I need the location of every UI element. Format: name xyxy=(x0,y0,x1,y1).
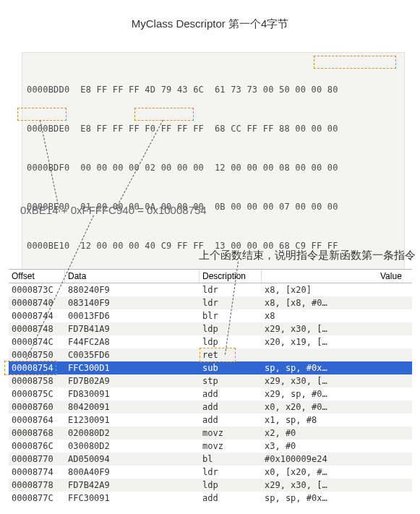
cell-operands: sp, sp, #0x… xyxy=(262,361,377,374)
cell-offset: 00008750 xyxy=(9,348,65,361)
annotation-title-2: 上个函数结束，说明指令是新函数第一条指令 xyxy=(199,249,416,262)
cell-operands: x8, [x8, #0… xyxy=(262,296,377,309)
cell-mnemonic: ldr xyxy=(200,283,262,296)
table-body: 0000873C880240F9ldrx8, [x20]000087400831… xyxy=(9,283,412,505)
table-header: Offset Data Description Value xyxy=(9,270,412,283)
cell-offset: 0000876C xyxy=(9,440,65,453)
hex-row: 0000BDE0 E8 FF FF FF F0 FF FF FF 68 CC F… xyxy=(27,122,397,135)
cell-mnemonic: movz xyxy=(200,440,262,453)
col-value: Value xyxy=(377,270,412,283)
cell-mnemonic: ldp xyxy=(200,322,262,335)
table-row[interactable]: 0000874CF44FC2A8ldpx20, x19, [… xyxy=(9,335,412,348)
hex-row: 0000BDD0 E8 FF FF FF 4D 79 43 6C 61 73 7… xyxy=(27,83,397,96)
cell-data: 083140F9 xyxy=(65,296,200,309)
table-row[interactable]: 00008768020080D2movzx2, #0 xyxy=(9,427,412,440)
cell-mnemonic: blr xyxy=(200,309,262,322)
table-row[interactable]: 0000876080420091addx0, x20, #0… xyxy=(9,401,412,414)
hex-addr: 0000BDE0 xyxy=(27,124,69,134)
cell-offset: 00008754 xyxy=(9,361,65,374)
cell-data: 020080D2 xyxy=(65,427,200,440)
table-row[interactable]: 00008774800A40F9ldrx0, [x20, #… xyxy=(9,466,412,479)
hex-bytes: E8 FF FF FF 4D 79 43 6C 61 73 73 00 50 0… xyxy=(80,85,338,95)
cell-mnemonic: ldr xyxy=(200,296,262,309)
cell-data: 00013FD6 xyxy=(65,309,200,322)
cell-data: F44FC2A8 xyxy=(65,335,200,348)
cell-operands: #0x100009e24 xyxy=(262,453,377,466)
cell-mnemonic: add xyxy=(200,414,262,427)
cell-operands: x3, #0 xyxy=(262,440,377,453)
cell-data: AD050094 xyxy=(65,453,200,466)
table-row[interactable]: 00008764E1230091addx1, sp, #8 xyxy=(9,414,412,427)
cell-operands: x29, sp, #0… xyxy=(262,387,377,401)
cell-mnemonic: bl xyxy=(200,453,262,466)
cell-offset: 00008760 xyxy=(9,401,65,414)
cell-data: 80420091 xyxy=(65,401,200,414)
cell-data: 880240F9 xyxy=(65,283,200,296)
cell-offset: 00008744 xyxy=(9,309,65,322)
cell-operands: x2, #0 xyxy=(262,427,377,440)
cell-mnemonic: ret xyxy=(200,348,262,361)
cell-offset: 00008740 xyxy=(9,296,65,309)
hex-addr: 0000BDD0 xyxy=(27,85,69,95)
cell-mnemonic: ldp xyxy=(200,335,262,348)
cell-operands: x29, x30, [… xyxy=(262,374,377,387)
cell-data: FFC300D1 xyxy=(65,361,200,374)
cell-operands: sp, sp, #0x… xyxy=(262,492,377,505)
cell-data: FD7B42A9 xyxy=(65,479,200,492)
col-description: Description xyxy=(200,270,262,283)
hex-row: 0000BDF0 00 00 00 00 02 00 00 00 12 00 0… xyxy=(27,161,397,174)
table-row[interactable]: 00008748FD7B41A9ldpx29, x30, [… xyxy=(9,322,412,335)
hex-bytes: E8 FF FF FF F0 FF FF FF 68 CC FF FF 88 0… xyxy=(80,124,338,134)
cell-data: 030080D2 xyxy=(65,440,200,453)
table-row[interactable]: 0000874400013FD6blrx8 xyxy=(9,309,412,322)
cell-offset: 0000874C xyxy=(9,335,65,348)
cell-offset: 00008758 xyxy=(9,374,65,387)
cell-offset: 00008774 xyxy=(9,466,65,479)
cell-data: C0035FD6 xyxy=(65,348,200,361)
table-row[interactable]: 00008750C0035FD6ret xyxy=(9,348,412,361)
table-row[interactable]: 00008758FD7B02A9stpx29, x30, [… xyxy=(9,374,412,387)
disasm-table: Offset Data Description Value 0000873C88… xyxy=(9,269,412,505)
cell-data: E1230091 xyxy=(65,414,200,427)
col-data: Data xyxy=(65,270,200,283)
table-row[interactable]: 00008770AD050094bl#0x100009e24 xyxy=(9,453,412,466)
cell-mnemonic: stp xyxy=(200,374,262,387)
cell-mnemonic: ldr xyxy=(200,466,262,479)
cell-operands: x0, [x20, #… xyxy=(262,466,377,479)
col-offset: Offset xyxy=(9,270,65,283)
table-row[interactable]: 0000876C030080D2movzx3, #0 xyxy=(9,440,412,453)
cell-data: FD830091 xyxy=(65,387,200,401)
annotation-title-1: MyClass Descriptor 第一个4字节 xyxy=(0,17,420,31)
cell-operands: x20, x19, [… xyxy=(262,335,377,348)
cell-offset: 00008778 xyxy=(9,479,65,492)
cell-data: FFC30091 xyxy=(65,492,200,505)
cell-mnemonic: add xyxy=(200,492,262,505)
cell-operands: x0, x20, #0… xyxy=(262,401,377,414)
cell-offset: 00008770 xyxy=(9,453,65,466)
cell-offset: 0000873C xyxy=(9,283,65,296)
cell-offset: 0000877C xyxy=(9,492,65,505)
table-row[interactable]: 0000877CFFC30091addsp, sp, #0x… xyxy=(9,492,412,505)
cell-operands: x29, x30, [… xyxy=(262,479,377,492)
cell-mnemonic: add xyxy=(200,387,262,401)
cell-operands: x1, sp, #8 xyxy=(262,414,377,427)
cell-operands: x29, x30, [… xyxy=(262,322,377,335)
cell-mnemonic: sub xyxy=(200,361,262,374)
table-row[interactable]: 00008740083140F9ldrx8, [x8, #0… xyxy=(9,296,412,309)
table-row[interactable]: 0000875CFD830091addx29, sp, #0… xyxy=(9,387,412,401)
cell-data: FD7B02A9 xyxy=(65,374,200,387)
cell-offset: 0000875C xyxy=(9,387,65,401)
cell-offset: 00008768 xyxy=(9,427,65,440)
cell-mnemonic: add xyxy=(200,401,262,414)
cell-mnemonic: movz xyxy=(200,427,262,440)
hex-addr: 0000BE10 xyxy=(27,241,69,251)
cell-operands: x8, [x20] xyxy=(262,283,377,296)
hex-bytes: 00 00 00 00 02 00 00 00 12 00 00 00 08 0… xyxy=(80,163,338,173)
cell-data: FD7B41A9 xyxy=(65,322,200,335)
table-row[interactable]: 00008778FD7B42A9ldpx29, x30, [… xyxy=(9,479,412,492)
table-row[interactable]: 0000873C880240F9ldrx8, [x20] xyxy=(9,283,412,296)
cell-data: 800A40F9 xyxy=(65,466,200,479)
cell-offset: 00008748 xyxy=(9,322,65,335)
hex-addr: 0000BDF0 xyxy=(27,163,69,173)
table-row[interactable]: 00008754FFC300D1subsp, sp, #0x… xyxy=(9,361,412,374)
